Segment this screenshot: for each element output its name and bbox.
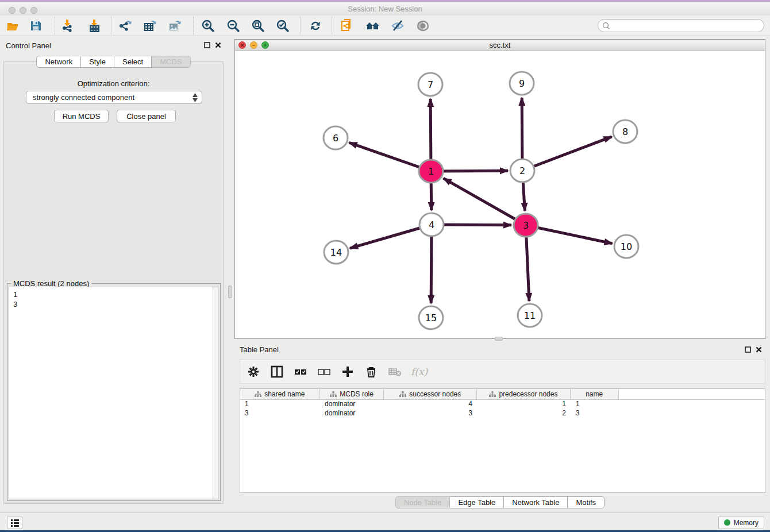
- cell-name[interactable]: 1: [571, 400, 619, 409]
- edge-2-8[interactable]: [522, 137, 612, 171]
- tab-style[interactable]: Style: [81, 56, 114, 68]
- cell-shared-name[interactable]: 3: [240, 409, 320, 418]
- first-neighbors-icon[interactable]: [365, 18, 380, 33]
- main-titlebar[interactable]: Session: New Session: [0, 2, 770, 16]
- tab-mcds[interactable]: MCDS: [152, 56, 190, 68]
- cell-successor-nodes[interactable]: 3: [384, 409, 478, 418]
- graph-node-10[interactable]: 10: [614, 235, 638, 258]
- column-header-shared-name[interactable]: shared name: [240, 389, 320, 399]
- cell-predecessor-nodes[interactable]: 2: [478, 409, 571, 418]
- close-panel-icon[interactable]: [215, 42, 221, 48]
- edge-3-1[interactable]: [444, 178, 526, 225]
- column-header-predecessor-nodes[interactable]: predecessor nodes: [477, 389, 571, 399]
- svg-text:4: 4: [429, 219, 434, 230]
- export-image-icon[interactable]: [168, 18, 183, 33]
- close-panel-icon[interactable]: [756, 346, 762, 353]
- mcds-result-group: MCDS result (2 nodes) 1 3: [7, 283, 221, 501]
- graph-node-7[interactable]: 7: [418, 73, 442, 96]
- horizontal-splitter-grip[interactable]: [495, 337, 503, 341]
- result-scrollbar[interactable]: [213, 287, 218, 499]
- memory-button[interactable]: Memory: [718, 516, 764, 529]
- column-type-icon: [255, 391, 261, 398]
- export-table-icon[interactable]: [143, 18, 158, 33]
- session-title: Session: New Session: [0, 5, 770, 13]
- clone-network-icon[interactable]: [340, 18, 355, 33]
- select-all-rows-icon[interactable]: [293, 364, 308, 379]
- column-header-MCDS-role[interactable]: MCDS role: [320, 389, 384, 399]
- criterion-dropdown[interactable]: strongly connected component: [26, 91, 202, 104]
- close-panel-button[interactable]: Close panel: [117, 110, 176, 122]
- tab-edge-table[interactable]: Edge Table: [450, 496, 504, 508]
- cell-MCDS-role[interactable]: dominator: [320, 409, 384, 418]
- cell-successor-nodes[interactable]: 4: [384, 400, 478, 409]
- column-type-icon: [399, 391, 406, 398]
- cell-shared-name[interactable]: 1: [240, 400, 320, 409]
- status-bar: Memory: [0, 512, 770, 530]
- zoom-selected-icon[interactable]: [275, 18, 290, 33]
- run-mcds-button[interactable]: Run MCDS: [54, 110, 109, 122]
- column-visibility-icon[interactable]: [270, 364, 284, 379]
- zoom-out-icon[interactable]: [226, 18, 241, 33]
- panel-menu-button[interactable]: [7, 516, 22, 529]
- graph-node-8[interactable]: 8: [613, 120, 637, 143]
- open-session-icon[interactable]: [5, 18, 20, 33]
- tab-network[interactable]: Network: [36, 56, 81, 68]
- search-icon: [602, 22, 610, 30]
- edge-3-10[interactable]: [526, 225, 613, 244]
- column-header-name[interactable]: name: [571, 389, 619, 399]
- refresh-icon[interactable]: [308, 18, 323, 33]
- svg-text:7: 7: [428, 79, 433, 90]
- search-field[interactable]: [598, 19, 764, 32]
- export-network-icon[interactable]: [118, 18, 133, 33]
- dropdown-stepper-icon: [192, 93, 198, 102]
- graph-node-4[interactable]: 4: [419, 213, 444, 236]
- network-canvas[interactable]: 7968124314101511: [235, 51, 765, 338]
- svg-text:10: 10: [621, 241, 632, 252]
- tab-select[interactable]: Select: [114, 56, 152, 68]
- edge-1-6[interactable]: [349, 142, 431, 171]
- graph-node-11[interactable]: 11: [518, 304, 542, 327]
- show-all-icon[interactable]: [415, 18, 430, 33]
- delete-columns-icon[interactable]: [387, 364, 402, 379]
- graph-node-2[interactable]: 2: [510, 159, 534, 182]
- zoom-fit-icon[interactable]: [251, 18, 265, 33]
- column-header-successor-nodes[interactable]: successor nodes: [384, 389, 477, 399]
- node-table: shared nameMCDS rolesuccessor nodesprede…: [240, 388, 765, 493]
- toolbar-separator: [111, 17, 111, 34]
- delete-rows-icon[interactable]: [364, 364, 379, 379]
- tab-network-table[interactable]: Network Table: [504, 496, 568, 508]
- network-window-titlebar[interactable]: ✕ − + scc.txt: [235, 40, 765, 51]
- function-builder-icon[interactable]: f(x): [411, 366, 428, 377]
- toolbar-separator: [332, 17, 332, 34]
- graph-node-15[interactable]: 15: [419, 306, 443, 329]
- deselect-all-rows-icon[interactable]: [317, 364, 332, 379]
- graph-node-1[interactable]: 1: [419, 160, 443, 183]
- tab-node-table[interactable]: Node Table: [395, 496, 451, 508]
- network-view-window: ✕ − + scc.txt 7968124314101511: [234, 39, 765, 339]
- mcds-result-area[interactable]: 1 3: [9, 287, 219, 499]
- zoom-in-icon[interactable]: [201, 18, 215, 33]
- graph-node-9[interactable]: 9: [510, 72, 534, 95]
- save-session-icon[interactable]: [28, 18, 43, 33]
- graph-node-6[interactable]: 6: [324, 126, 348, 149]
- table-row[interactable]: 1dominator411: [240, 400, 765, 409]
- table-toolbar: f(x): [240, 359, 765, 384]
- float-panel-icon[interactable]: [204, 42, 210, 48]
- cell-predecessor-nodes[interactable]: 1: [478, 400, 571, 409]
- graph-node-14[interactable]: 14: [324, 241, 348, 264]
- panel-splitter-grip[interactable]: [228, 286, 232, 298]
- hide-selected-icon[interactable]: [390, 18, 405, 33]
- import-network-icon[interactable]: [60, 18, 75, 33]
- column-type-icon: [330, 391, 337, 398]
- graph-node-3[interactable]: 3: [514, 214, 538, 237]
- cell-MCDS-role[interactable]: dominator: [320, 400, 384, 409]
- table-options-icon[interactable]: [246, 364, 261, 379]
- float-panel-icon[interactable]: [745, 346, 751, 353]
- import-table-icon[interactable]: [87, 18, 102, 33]
- cell-name[interactable]: 3: [571, 409, 619, 418]
- add-row-icon[interactable]: [340, 364, 355, 379]
- table-row[interactable]: 3dominator323: [240, 409, 765, 418]
- search-input[interactable]: [613, 22, 764, 30]
- tab-motifs[interactable]: Motifs: [568, 496, 605, 508]
- svg-text:9: 9: [519, 78, 525, 89]
